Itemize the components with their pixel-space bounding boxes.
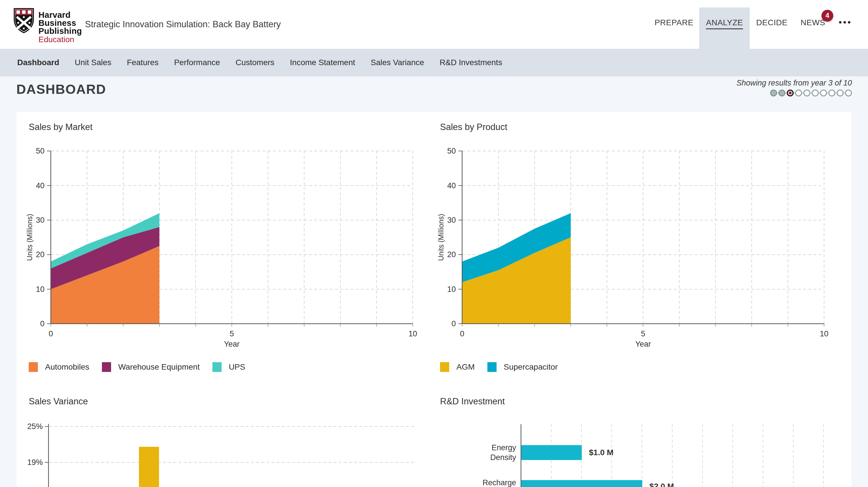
back-bay-battery-dashboard: Harvard Business Publishing Education St…	[0, 0, 868, 487]
y-tick-label: 50	[447, 147, 456, 155]
y-axis-title: Units (Millions)	[26, 214, 34, 261]
year-dot-7[interactable]	[820, 90, 827, 96]
legend-label-agm: AGM	[456, 362, 475, 371]
chart-title-sales-by-market: Sales by Market	[29, 122, 92, 132]
nav-decide[interactable]: DECIDE	[755, 0, 789, 45]
legend-label-ups: UPS	[229, 362, 245, 371]
y-tick-label: 19%	[27, 458, 43, 467]
y-tick-label: 20	[36, 250, 44, 259]
subnav-tab-features[interactable]: Features	[127, 58, 159, 67]
legend-swatch-supercapacitor	[487, 362, 497, 372]
analyze-subnav: Dashboard Unit Sales Features Performanc…	[0, 49, 868, 76]
hbp-shield-icon	[13, 7, 34, 34]
x-axis-title: Year	[635, 340, 651, 348]
y-tick-label: 20	[447, 250, 456, 259]
year-dot-1[interactable]	[770, 90, 777, 96]
legend-label-automobiles: Automobiles	[45, 362, 89, 371]
y-tick-label: 0	[40, 319, 44, 328]
chart-title-sales-by-product: Sales by Product	[440, 122, 507, 132]
subnav-tab-sales-variance[interactable]: Sales Variance	[371, 58, 424, 67]
legend-swatch-ups	[212, 362, 222, 372]
rd-bar-value-label: $1.0 M	[589, 448, 614, 457]
legend-item-warehouse-equipment: Warehouse Equipment	[102, 362, 200, 372]
y-tick-label: 30	[447, 216, 456, 224]
x-tick-label: 5	[229, 329, 234, 338]
hbp-logo-text: Harvard Business Publishing Education	[38, 7, 82, 44]
subnav-tab-income-statement[interactable]: Income Statement	[290, 58, 355, 67]
news-notification-badge: 4	[822, 10, 833, 22]
page-title: DASHBOARD	[17, 82, 106, 97]
x-tick-label: 0	[460, 329, 464, 338]
nav-analyze[interactable]: ANALYZE	[699, 0, 750, 45]
x-tick-label: 0	[49, 329, 53, 338]
sales-by-market-area-chart: 010203040500510YearUnits (Millions)	[26, 143, 428, 350]
year-dot-5[interactable]	[803, 90, 810, 96]
rd-bar-value-label: $2.0 M	[650, 482, 674, 487]
logo-line-publishing: Publishing	[38, 27, 82, 35]
y-tick-label: 50	[36, 147, 44, 155]
legend-item-automobiles: Automobiles	[29, 362, 89, 372]
subnav-tab-performance[interactable]: Performance	[174, 58, 220, 67]
y-tick-label: 25%	[27, 422, 43, 431]
legend-label-warehouse-equipment: Warehouse Equipment	[118, 362, 200, 371]
simulation-title: Strategic Innovation Simulation: Back Ba…	[85, 0, 281, 49]
legend-item-ups: UPS	[212, 362, 245, 372]
rd-bar-recharge	[521, 480, 642, 487]
year-dot-10[interactable]	[845, 90, 852, 96]
year-dot-2[interactable]	[778, 90, 785, 96]
legend-swatch-agm	[440, 362, 449, 372]
x-tick-label: 5	[641, 329, 645, 338]
legend-item-agm: AGM	[440, 362, 475, 372]
rd-bar-energy	[521, 445, 582, 460]
y-tick-label: 40	[36, 182, 44, 190]
app-header: Harvard Business Publishing Education St…	[0, 0, 868, 49]
x-tick-label: 10	[820, 329, 828, 338]
year-progress-dots	[770, 90, 852, 96]
sales-variance-bar-chart: 25%19%	[26, 393, 428, 487]
legend-swatch-automobiles	[29, 362, 38, 372]
logo-line-business: Business	[38, 19, 82, 27]
legend-label-supercapacitor: Supercapacitor	[504, 362, 558, 371]
variance-bar-year-3	[139, 447, 159, 487]
x-tick-label: 10	[408, 329, 417, 338]
y-tick-label: 0	[452, 319, 456, 328]
y-tick-label: 30	[36, 216, 44, 224]
subnav-tab-rd-investments[interactable]: R&D Investments	[440, 58, 502, 67]
overflow-menu-icon[interactable]: •••	[839, 0, 852, 45]
nav-news[interactable]: NEWS	[799, 0, 827, 45]
year-dot-6[interactable]	[812, 90, 818, 96]
y-axis-title: Units (Millions)	[437, 214, 445, 261]
subnav-tab-customers[interactable]: Customers	[236, 58, 274, 67]
logo-line-harvard: Harvard	[38, 11, 82, 19]
y-tick-label: 10	[447, 285, 456, 294]
x-axis-title: Year	[224, 340, 240, 348]
nav-prepare[interactable]: PREPARE	[654, 0, 694, 45]
hbp-logo[interactable]: Harvard Business Publishing Education	[13, 7, 82, 44]
sales-by-market-legend: AutomobilesWarehouse EquipmentUPS	[29, 362, 245, 372]
rd-investment-hbar-chart: $1.0 MEnergyDensity$2.0 MRecharge	[437, 393, 852, 487]
legend-swatch-warehouse-equipment	[102, 362, 111, 372]
sales-by-product-legend: AGMSupercapacitor	[440, 362, 558, 372]
legend-item-supercapacitor: Supercapacitor	[487, 362, 558, 372]
results-year-note: Showing results from year 3 of 10	[737, 78, 852, 88]
year-dot-4[interactable]	[795, 90, 802, 96]
subnav-tab-unit-sales[interactable]: Unit Sales	[74, 58, 112, 67]
sales-by-product-area-chart: 010203040500510YearUnits (Millions)	[437, 143, 839, 350]
rd-category-label: Recharge	[483, 478, 516, 487]
rd-category-label: Energy	[491, 443, 516, 452]
logo-line-education: Education	[38, 35, 82, 44]
year-dot-3[interactable]	[787, 90, 794, 96]
subnav-tab-dashboard[interactable]: Dashboard	[17, 58, 59, 67]
rd-category-label: Density	[490, 453, 516, 462]
year-dot-9[interactable]	[837, 90, 844, 96]
year-dot-8[interactable]	[828, 90, 835, 96]
y-tick-label: 10	[36, 285, 44, 294]
y-tick-label: 40	[447, 182, 456, 190]
